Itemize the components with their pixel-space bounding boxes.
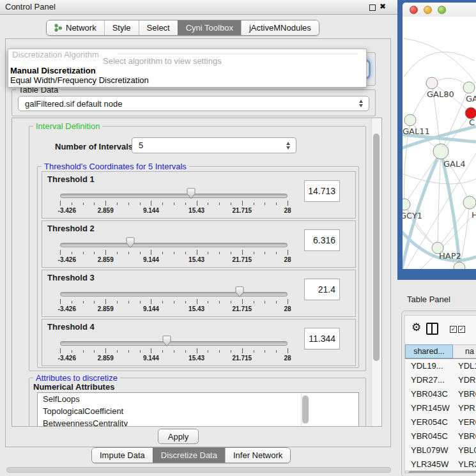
horizontal-scrollbar[interactable] (6, 467, 391, 473)
table-cell-shared[interactable]: YDL19... (405, 361, 453, 371)
network-node[interactable] (463, 82, 475, 93)
threshold-slider[interactable]: -3.4262.8599.14415.4321.71528 (60, 172, 288, 218)
tick-mark (185, 203, 186, 205)
tab-style[interactable]: Style (104, 20, 139, 35)
network-node[interactable] (433, 144, 449, 159)
table-row[interactable]: YER054C YER0 (405, 415, 476, 429)
table-data-combo[interactable]: galFiltered.sif default node (18, 96, 369, 111)
table-row[interactable]: YLR345W YLR3 (405, 457, 476, 471)
table-cell-shared[interactable]: YBR045C (405, 431, 453, 441)
table-cell-name[interactable]: YBR0 (453, 389, 476, 399)
slider-track[interactable] (60, 194, 288, 198)
tick-mark (276, 203, 277, 205)
slider-tick-labels: -3.4262.8599.14415.4321.71528 (60, 207, 288, 215)
scrollbar-thumb[interactable] (302, 395, 309, 424)
tab-infer-network[interactable]: Infer Network (225, 448, 290, 463)
table-row[interactable]: YBR045C YBR0 (405, 429, 476, 443)
table-cell-name[interactable]: YIL0 (453, 473, 476, 474)
attribute-list-item[interactable]: BetweennessCentrality (38, 417, 358, 427)
tick-mark (185, 350, 186, 353)
network-node[interactable] (426, 77, 438, 89)
slider-thumb[interactable] (162, 335, 172, 347)
network-canvas[interactable]: GAL80GACGAL11GAL4GCY1HHAP2 (403, 17, 476, 269)
table-cell-name[interactable]: YER0 (453, 417, 476, 427)
table-cell-shared[interactable]: YDR27... (405, 375, 453, 385)
table-row[interactable]: YPR145W YPR1 (405, 401, 476, 415)
tab-impute-data[interactable]: Impute Data (92, 448, 153, 463)
slider-ticks (60, 348, 288, 354)
table-cell-name[interactable]: YBR0 (453, 431, 476, 441)
network-node[interactable] (403, 199, 410, 210)
table-cell-name[interactable]: YDL1 (453, 361, 476, 371)
checkbox-icon[interactable]: ✓ (458, 326, 465, 333)
slider-thumb[interactable] (234, 286, 245, 298)
slider-track[interactable] (60, 243, 288, 247)
threshold-value-field[interactable]: 11.344 (304, 328, 340, 349)
tick-label: -3.426 (58, 305, 76, 312)
table-cell-shared[interactable]: YIL052C (405, 473, 453, 474)
threshold-value-field[interactable]: 14.713 (304, 180, 340, 202)
slider-thumb[interactable] (125, 237, 135, 249)
tab-label: Impute Data (100, 450, 145, 460)
tab-select[interactable]: Select (139, 20, 178, 35)
close-icon[interactable]: ✖ (380, 2, 386, 11)
threshold-slider[interactable]: -3.4262.8599.14415.4321.71528 (60, 221, 288, 267)
zoom-traffic-light[interactable] (438, 6, 446, 14)
num-intervals-spinner[interactable]: 5 (132, 137, 296, 153)
table-row[interactable]: YDL19... YDL1 (405, 358, 476, 372)
table-cell-name[interactable]: YDR2 (453, 375, 476, 385)
network-node[interactable] (454, 262, 465, 269)
tab-network[interactable]: Network (47, 20, 104, 35)
list-scrollbar[interactable] (301, 394, 310, 427)
tick-mark (231, 350, 231, 353)
tab-discretize-data[interactable]: Discretize Data (153, 448, 225, 463)
table-cell-name[interactable]: YLR3 (453, 459, 476, 469)
table-row[interactable]: YBR043C YBR0 (405, 387, 476, 401)
close-traffic-light[interactable] (410, 6, 418, 14)
table-cell-name[interactable]: YPR1 (453, 403, 476, 413)
attribute-list-item[interactable]: SelfLoops (38, 393, 358, 405)
attribute-list-item[interactable]: TopologicalCoefficient (38, 405, 358, 417)
apply-button[interactable]: Apply (158, 429, 199, 444)
tab-cyni-toolbox[interactable]: Cyni Toolbox (178, 20, 241, 35)
algorithm-dropdown-popup: Discretization Algorithm Select algorith… (8, 49, 367, 88)
table-cell-shared[interactable]: YER054C (405, 417, 453, 427)
settings-scrollbar[interactable] (371, 118, 381, 426)
threshold-slider[interactable]: -3.4262.8599.14415.4321.71528 (60, 270, 288, 316)
checkbox-icon[interactable]: ✓ (450, 326, 457, 333)
column-header-shared[interactable]: shared... (405, 344, 453, 358)
tick-mark (162, 301, 163, 303)
table-panel-title: Table Panel (407, 295, 450, 304)
split-columns-icon[interactable] (426, 323, 438, 335)
spinner-arrows-icon (286, 142, 290, 150)
float-window-icon[interactable] (369, 4, 376, 11)
slider-track[interactable] (60, 341, 288, 346)
table-horizontal-scrollbar[interactable] (405, 470, 476, 473)
slider-track[interactable] (60, 292, 288, 296)
attributes-list[interactable]: SelfLoopsTopologicalCoefficientBetweenne… (37, 392, 359, 427)
table-row[interactable]: YBL079W YBL0 (405, 443, 476, 457)
scrollbar-thumb[interactable] (408, 471, 476, 473)
table-cell-name[interactable]: YBL0 (453, 445, 476, 455)
option-equal-width-frequency[interactable]: Equal Width/Frequency Discretization (10, 75, 149, 85)
threshold-value-field[interactable]: 6.316 (304, 229, 340, 251)
threshold-slider[interactable]: -3.4262.8599.14415.4321.71528 (60, 319, 288, 365)
network-node[interactable] (404, 114, 416, 126)
scrollbar-thumb[interactable] (373, 134, 380, 361)
table-cell-shared[interactable]: YPR145W (405, 403, 453, 413)
network-node[interactable] (463, 196, 476, 209)
tick-label: 21.715 (233, 355, 252, 362)
table-panel-body: ⚙ ✓ ✓ shared... na YDL19... YDL1 YDR27..… (404, 315, 476, 473)
minimize-traffic-light[interactable] (424, 6, 432, 14)
table-cell-shared[interactable]: YBL079W (405, 445, 453, 455)
threshold-value-field[interactable]: 21.4 (304, 279, 340, 300)
slider-thumb[interactable] (186, 188, 196, 199)
tab-jactivemnodules[interactable]: jActiveMNodules (241, 20, 319, 35)
option-manual-discretization[interactable]: Manual Discretization (10, 66, 96, 75)
column-header-name[interactable]: na (453, 344, 476, 358)
gear-icon[interactable]: ⚙ (411, 321, 421, 334)
table-cell-shared[interactable]: YLR345W (405, 459, 453, 469)
table-cell-shared[interactable]: YBR043C (405, 389, 453, 399)
tick-label: 21.715 (233, 207, 252, 214)
table-row[interactable]: YDR27... YDR2 (405, 372, 476, 387)
